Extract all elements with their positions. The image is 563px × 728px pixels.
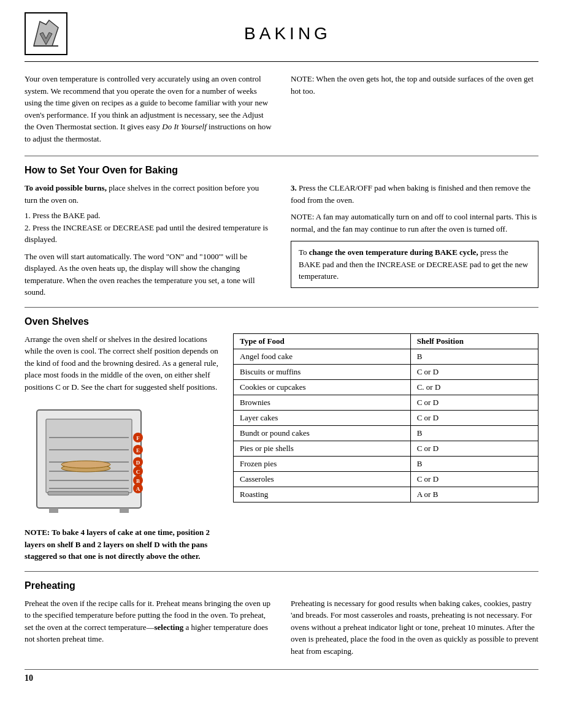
table-row: CasserolesC or D xyxy=(234,471,538,487)
shelf-position-cell: C or D xyxy=(410,395,538,410)
shelf-position-cell: C or D xyxy=(410,364,538,379)
svg-rect-27 xyxy=(120,508,129,513)
food-name-cell: Cookies or cupcakes xyxy=(234,379,411,395)
intro-left: Your oven temperature is controlled very… xyxy=(25,73,272,145)
svg-text:E: E xyxy=(136,447,140,453)
how-left: To avoid possible burns, place shelves i… xyxy=(25,182,272,298)
intro-section: Your oven temperature is controlled very… xyxy=(25,73,538,145)
food-name-cell: Pies or pie shells xyxy=(234,441,411,456)
note-bold: change the oven temperature during BAKE … xyxy=(309,248,478,257)
page-header: BAKING xyxy=(25,12,538,62)
step3-bold: 3. xyxy=(291,183,297,192)
food-name-cell: Brownies xyxy=(234,395,411,410)
how-to-section: To avoid possible burns, place shelves i… xyxy=(25,182,538,298)
shelf-position-cell: B xyxy=(410,349,538,364)
how-right: 3. Press the CLEAR/OFF pad when baking i… xyxy=(291,182,538,298)
shelf-position-cell: A or B xyxy=(410,487,538,502)
shelf-position-cell: C or D xyxy=(410,441,538,456)
shelves-left: Arrange the oven shelf or shelves in the… xyxy=(25,333,221,563)
selecting-bold: selecting xyxy=(155,623,184,632)
baking-icon xyxy=(28,15,64,52)
food-name-cell: Roasting xyxy=(234,487,411,502)
table-row: RoastingA or B xyxy=(234,487,538,502)
preheating-section: Preheat the oven if the recipe calls for… xyxy=(25,597,538,658)
temp-change-note: To change the oven temperature during BA… xyxy=(291,241,538,288)
table-row: BrowniesC or D xyxy=(234,395,538,410)
table-row: Pies or pie shellsC or D xyxy=(234,441,538,456)
divider-2 xyxy=(25,307,538,308)
shelf-position-cell: C or D xyxy=(410,471,538,487)
svg-text:A: A xyxy=(136,486,140,492)
preheating-title: Preheating xyxy=(25,580,538,591)
shelf-position-cell: B xyxy=(410,425,538,441)
intro-right: NOTE: When the oven gets hot, the top an… xyxy=(291,73,538,145)
svg-text:B: B xyxy=(136,478,140,484)
oven-svg: F E D C B A xyxy=(31,404,159,514)
svg-rect-25 xyxy=(48,491,129,495)
food-name-cell: Casseroles xyxy=(234,471,411,487)
table-row: Angel food cakeB xyxy=(234,349,538,364)
svg-text:C: C xyxy=(136,469,140,475)
italic-text: Do It Yourself xyxy=(162,122,206,131)
divider-1 xyxy=(25,156,538,156)
preheat-right: Preheating is necessary for good results… xyxy=(291,597,538,658)
shelves-right: Type of Food Shelf Position Angel food c… xyxy=(233,333,538,563)
logo-box xyxy=(25,12,67,55)
col-header-shelf: Shelf Position xyxy=(410,333,538,349)
shelf-position-cell: C. or D xyxy=(410,379,538,395)
shelf-position-cell: C or D xyxy=(410,410,538,425)
table-row: Cookies or cupcakesC. or D xyxy=(234,379,538,395)
col-header-food: Type of Food xyxy=(234,333,411,349)
table-row: Layer cakesC or D xyxy=(234,410,538,425)
food-table: Type of Food Shelf Position Angel food c… xyxy=(233,333,538,502)
svg-rect-4 xyxy=(46,419,132,493)
svg-point-12 xyxy=(61,461,110,468)
burns-warning-bold: To avoid possible burns, xyxy=(25,183,107,192)
table-row: Biscuits or muffinsC or D xyxy=(234,364,538,379)
page-number: 10 xyxy=(25,669,538,683)
shelf-position-cell: B xyxy=(410,456,538,471)
shelf-note-bold: NOTE: To bake 4 layers of cake at one ti… xyxy=(25,528,210,561)
table-row: Bundt or pound cakesB xyxy=(234,425,538,441)
food-name-cell: Layer cakes xyxy=(234,410,411,425)
oven-diagram: F E D C B A xyxy=(25,398,166,520)
oven-shelves-section: Arrange the oven shelf or shelves in the… xyxy=(25,333,538,563)
svg-rect-26 xyxy=(49,508,58,513)
svg-text:D: D xyxy=(136,460,140,466)
oven-shelves-title: Oven Shelves xyxy=(25,316,538,327)
divider-3 xyxy=(25,571,538,572)
food-name-cell: Angel food cake xyxy=(234,349,411,364)
how-to-title: How to Set Your Oven for Baking xyxy=(25,165,538,176)
svg-text:F: F xyxy=(136,435,140,441)
food-name-cell: Bundt or pound cakes xyxy=(234,425,411,441)
preheat-left: Preheat the oven if the recipe calls for… xyxy=(25,597,272,658)
food-name-cell: Frozen pies xyxy=(234,456,411,471)
food-name-cell: Biscuits or muffins xyxy=(234,364,411,379)
page-title: BAKING xyxy=(80,24,496,44)
table-row: Frozen piesB xyxy=(234,456,538,471)
